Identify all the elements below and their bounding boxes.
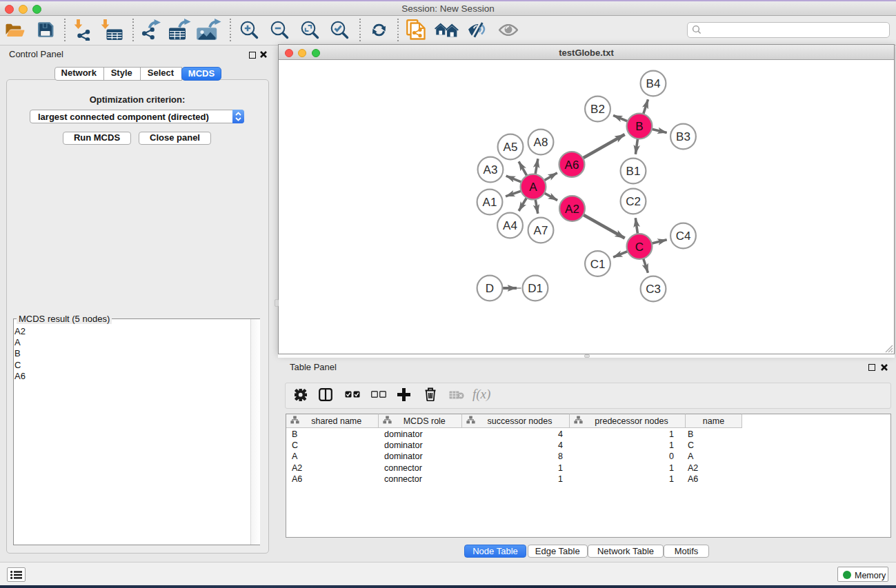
svg-text:C3: C3	[646, 283, 661, 296]
svg-text:B3: B3	[676, 130, 690, 143]
svg-text:A4: A4	[503, 219, 517, 232]
svg-text:B4: B4	[646, 77, 661, 90]
svg-text:B2: B2	[590, 103, 605, 116]
svg-text:A8: A8	[534, 136, 548, 149]
svg-text:D: D	[486, 282, 494, 295]
svg-text:B: B	[635, 120, 643, 133]
svg-text:C4: C4	[676, 230, 691, 243]
svg-text:B1: B1	[626, 165, 641, 178]
svg-text:C2: C2	[626, 195, 641, 208]
svg-text:C1: C1	[590, 258, 606, 271]
svg-text:A1: A1	[483, 196, 497, 209]
svg-text:C: C	[635, 241, 644, 254]
svg-text:A2: A2	[565, 203, 579, 216]
svg-text:D1: D1	[528, 282, 543, 295]
svg-text:A7: A7	[534, 224, 548, 237]
svg-text:A: A	[529, 181, 537, 194]
svg-text:A6: A6	[565, 159, 579, 172]
svg-text:A5: A5	[504, 141, 518, 154]
svg-text:A3: A3	[484, 163, 498, 176]
